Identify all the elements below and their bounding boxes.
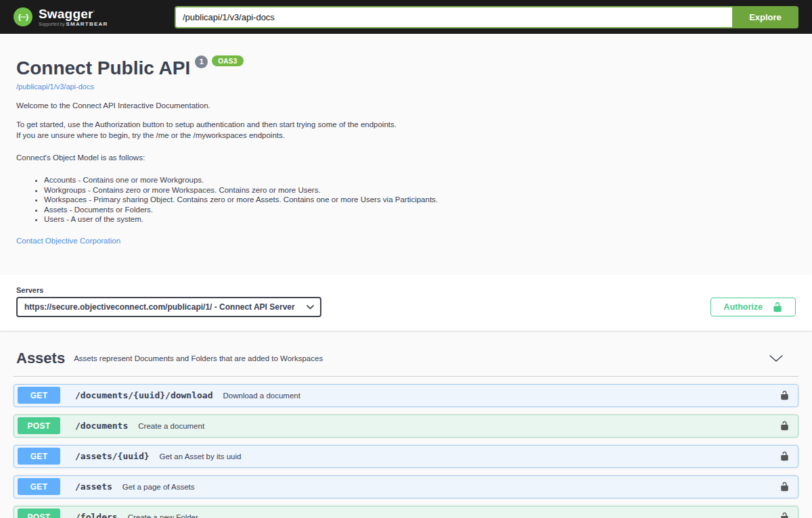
explore-button[interactable]: Explore	[732, 6, 798, 28]
auth-lock-button[interactable]	[780, 390, 790, 400]
method-badge: GET	[18, 387, 60, 404]
version-badge: 1	[195, 55, 208, 68]
auth-lock-button[interactable]	[780, 481, 790, 492]
list-item: Workspaces - Primary sharing Object. Con…	[44, 195, 796, 205]
list-item: Workgroups - Contains zero or more Works…	[44, 186, 796, 195]
server-select[interactable]: https://secure.objectiveconnect.com/publ…	[16, 297, 321, 317]
topbar: {···} Swagger. Supported by SMARTBEAR Ex…	[0, 0, 812, 34]
section-description: Assets represent Documents and Folders t…	[74, 354, 323, 362]
operation-row[interactable]: POST /documents Create a document	[14, 415, 798, 438]
unlock-icon	[780, 421, 790, 431]
operation-rows: GET /documents/{uuid}/download Download …	[14, 384, 798, 518]
spec-url-group: Explore	[175, 6, 798, 28]
spec-url-input[interactable]	[175, 6, 732, 28]
brand-subtitle: Supported by SMARTBEAR	[39, 22, 108, 27]
description-paragraph: Connect's Object Model is as follows:	[16, 152, 796, 163]
endpoint-path: /documents/{uuid}/download	[75, 390, 213, 400]
list-item: Users - A user of the system.	[44, 215, 796, 225]
object-model-list: Accounts - Contains one or more Workgrou…	[16, 176, 796, 225]
list-item: Accounts - Contains one or more Workgrou…	[44, 176, 796, 185]
method-badge: GET	[18, 448, 60, 465]
endpoint-summary: Get a page of Assets	[122, 483, 195, 491]
smartbear-logo-text: SMARTBEAR	[66, 21, 108, 27]
endpoint-summary: Create a document	[138, 422, 204, 430]
operation-row[interactable]: GET /assets/{uuid} Get an Asset by its u…	[14, 445, 798, 468]
endpoint-path: /documents	[75, 421, 128, 431]
unlock-icon	[780, 451, 790, 461]
unlock-icon	[780, 512, 790, 518]
servers-block: Servers https://secure.objectiveconnect.…	[16, 286, 321, 317]
operation-row[interactable]: GET /assets Get a page of Assets	[14, 475, 798, 498]
unlock-icon	[780, 481, 790, 492]
operation-row[interactable]: GET /documents/{uuid}/download Download …	[14, 384, 798, 407]
operation-row[interactable]: POST /folders Create a new Folder	[14, 506, 798, 518]
description-paragraph: To get started, use the Authorization bu…	[16, 119, 796, 141]
endpoint-path: /assets	[75, 481, 112, 492]
endpoint-path: /assets/{uuid}	[75, 451, 150, 461]
endpoint-path: /folders	[75, 512, 118, 518]
oas3-badge: OAS3	[212, 55, 243, 66]
unlock-icon	[780, 390, 790, 400]
endpoint-summary: Create a new Folder	[128, 513, 198, 518]
list-item: Assets - Documents or Folders.	[44, 206, 796, 215]
operations-section: Assets Assets represent Documents and Fo…	[0, 331, 812, 518]
method-badge: GET	[18, 478, 60, 495]
scheme-container: Servers https://secure.objectiveconnect.…	[0, 275, 812, 331]
description-paragraph: Welcome to the Connect API Interactive D…	[16, 100, 796, 111]
api-info-section: Connect Public API1OAS3 /publicapi/1/v3/…	[0, 34, 812, 275]
collapse-chevron-icon[interactable]	[769, 354, 784, 362]
spec-link[interactable]: /publicapi/1/v3/api-docs	[16, 83, 94, 91]
auth-lock-button[interactable]	[780, 512, 790, 518]
unlock-icon	[772, 302, 783, 312]
endpoint-summary: Get an Asset by its uuid	[160, 452, 242, 461]
page-title: Connect Public API1OAS3	[16, 58, 796, 79]
swagger-logo-icon: {···}	[14, 7, 32, 26]
endpoint-summary: Download a document	[223, 392, 300, 400]
trademark-dot: .	[93, 7, 95, 13]
brand-name: Swagger.	[39, 7, 108, 20]
auth-lock-button[interactable]	[780, 421, 790, 431]
main-content: Connect Public API1OAS3 /publicapi/1/v3/…	[0, 34, 812, 518]
server-select-wrap: https://secure.objectiveconnect.com/publ…	[16, 297, 321, 317]
method-badge: POST	[18, 509, 60, 518]
swagger-brand: {···} Swagger. Supported by SMARTBEAR	[14, 7, 108, 27]
method-badge: POST	[18, 417, 60, 434]
contact-link[interactable]: Contact Objective Corporation	[16, 237, 120, 245]
authorize-button[interactable]: Authorize	[710, 298, 796, 316]
servers-label: Servers	[16, 286, 321, 294]
section-title: Assets	[16, 350, 65, 367]
section-assets-header[interactable]: Assets Assets represent Documents and Fo…	[14, 346, 798, 377]
auth-lock-button[interactable]	[780, 451, 790, 461]
